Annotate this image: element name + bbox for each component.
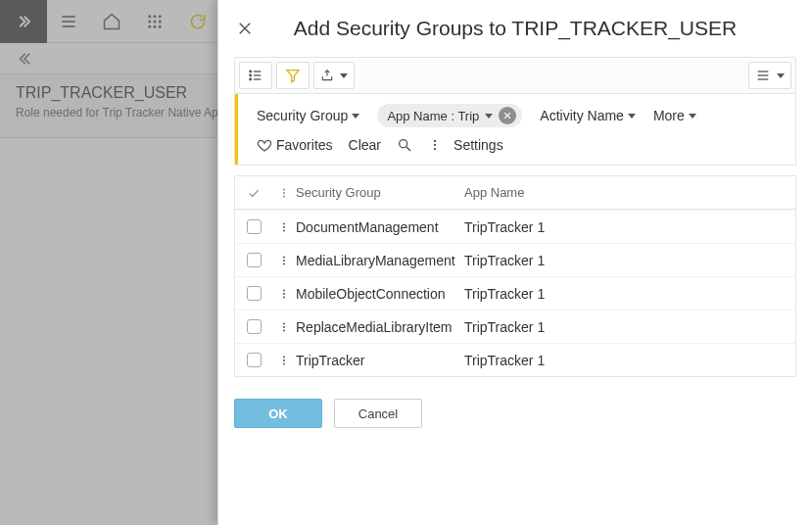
filter-label: More	[653, 108, 685, 123]
svg-point-45	[283, 329, 285, 331]
svg-point-48	[283, 362, 285, 364]
heart-icon	[257, 137, 272, 153]
svg-marker-20	[287, 71, 299, 82]
svg-point-41	[283, 293, 285, 295]
row-menu[interactable]	[272, 354, 296, 367]
settings-label: Settings	[454, 137, 503, 153]
row-checkbox[interactable]	[247, 286, 262, 301]
chevron-down-icon	[340, 73, 348, 78]
chevron-down-icon	[352, 114, 359, 119]
check-icon	[247, 186, 261, 200]
cell-security-group: MobileObjectConnection	[296, 286, 464, 302]
chevron-down-icon	[777, 73, 785, 78]
filter-activity-name[interactable]: Activity Name	[540, 108, 636, 123]
svg-point-38	[283, 260, 285, 262]
dialog-buttons: OK Cancel	[234, 399, 796, 428]
svg-point-42	[283, 296, 285, 298]
ok-button[interactable]: OK	[234, 399, 322, 428]
svg-point-30	[434, 148, 436, 150]
chip-remove-icon[interactable]	[499, 107, 516, 124]
cell-app-name: TripTracker 1	[464, 319, 795, 335]
settings-link[interactable]: Settings	[428, 137, 503, 153]
filter-panel: Security Group App Name : Trip Activity …	[234, 94, 796, 166]
column-header-app[interactable]: App Name	[464, 185, 795, 200]
row-menu[interactable]	[272, 254, 296, 267]
svg-point-47	[283, 359, 285, 361]
more-vertical-icon	[278, 186, 290, 200]
results-table: Security Group App Name DocumentManageme…	[234, 175, 796, 377]
dialog-header: Add Security Groups to TRIP_TRACKER_USER	[218, 0, 812, 57]
cell-app-name: TripTracker 1	[464, 219, 795, 235]
row-menu[interactable]	[272, 220, 296, 234]
search-button[interactable]	[397, 137, 412, 153]
svg-point-26	[400, 140, 407, 148]
clear-filters-link[interactable]: Clear	[349, 137, 381, 153]
svg-point-35	[283, 226, 285, 228]
close-icon[interactable]	[234, 18, 256, 39]
filter-label: Security Group	[257, 108, 348, 123]
svg-point-16	[250, 78, 252, 80]
svg-point-43	[283, 322, 285, 324]
svg-point-40	[283, 289, 285, 291]
list-view-button[interactable]	[239, 62, 272, 89]
more-vertical-icon	[428, 137, 442, 153]
filter-more[interactable]: More	[653, 108, 696, 123]
export-button[interactable]	[313, 62, 355, 89]
svg-point-29	[434, 144, 436, 146]
cell-security-group: MediaLibraryManagement	[296, 253, 464, 268]
chip-label: App Name : Trip	[387, 109, 479, 123]
dialog-title: Add Security Groups to TRIP_TRACKER_USER	[256, 17, 796, 40]
row-menu[interactable]	[272, 287, 296, 301]
svg-point-31	[283, 188, 285, 190]
table-row: MobileObjectConnection TripTracker 1	[235, 276, 795, 310]
row-menu-header[interactable]	[272, 186, 296, 200]
view-options-button[interactable]	[748, 62, 791, 89]
list-toolbar	[234, 57, 796, 94]
svg-line-27	[406, 147, 410, 151]
column-header-sg[interactable]: Security Group	[296, 185, 464, 200]
chevron-down-icon	[689, 114, 696, 119]
cell-app-name: TripTracker 1	[464, 253, 795, 268]
chevron-down-icon	[628, 114, 636, 119]
table-row: MediaLibraryManagement TripTracker 1	[235, 243, 795, 276]
table-header: Security Group App Name	[235, 176, 795, 210]
row-checkbox[interactable]	[247, 319, 262, 334]
table-row: DocumentManagement TripTracker 1	[235, 210, 795, 243]
filter-chip-app-name[interactable]: App Name : Trip	[377, 104, 522, 127]
svg-point-33	[283, 195, 285, 197]
search-icon	[397, 137, 412, 153]
svg-point-28	[434, 140, 436, 142]
clear-label: Clear	[349, 137, 381, 153]
favorites-label: Favorites	[276, 137, 333, 153]
table-row: ReplaceMediaLibraryItem TripTracker 1	[235, 310, 795, 343]
svg-point-37	[283, 256, 285, 258]
svg-point-46	[283, 356, 285, 358]
cell-app-name: TripTracker 1	[464, 353, 795, 368]
cell-security-group: ReplaceMediaLibraryItem	[296, 319, 464, 335]
cancel-button[interactable]: Cancel	[334, 399, 422, 428]
row-checkbox[interactable]	[247, 353, 262, 367]
svg-point-14	[250, 71, 252, 72]
svg-point-36	[283, 229, 285, 231]
favorites-link[interactable]: Favorites	[257, 137, 333, 153]
row-menu[interactable]	[272, 320, 296, 334]
filter-security-group[interactable]: Security Group	[257, 108, 359, 123]
svg-point-15	[250, 74, 252, 76]
cell-security-group: TripTracker	[296, 353, 464, 368]
filter-label: Activity Name	[540, 108, 624, 123]
cell-app-name: TripTracker 1	[464, 286, 795, 302]
filter-button[interactable]	[276, 62, 310, 89]
svg-point-34	[283, 222, 285, 224]
svg-point-39	[283, 262, 285, 264]
svg-point-44	[283, 326, 285, 328]
table-row: TripTracker TripTracker 1	[235, 343, 795, 376]
row-checkbox[interactable]	[247, 253, 262, 267]
chevron-down-icon	[485, 114, 493, 119]
row-checkbox[interactable]	[247, 219, 262, 234]
select-all-header[interactable]	[235, 186, 272, 200]
cell-security-group: DocumentManagement	[296, 219, 464, 235]
svg-point-32	[283, 192, 285, 194]
add-security-groups-dialog: Add Security Groups to TRIP_TRACKER_USER	[217, 0, 812, 525]
